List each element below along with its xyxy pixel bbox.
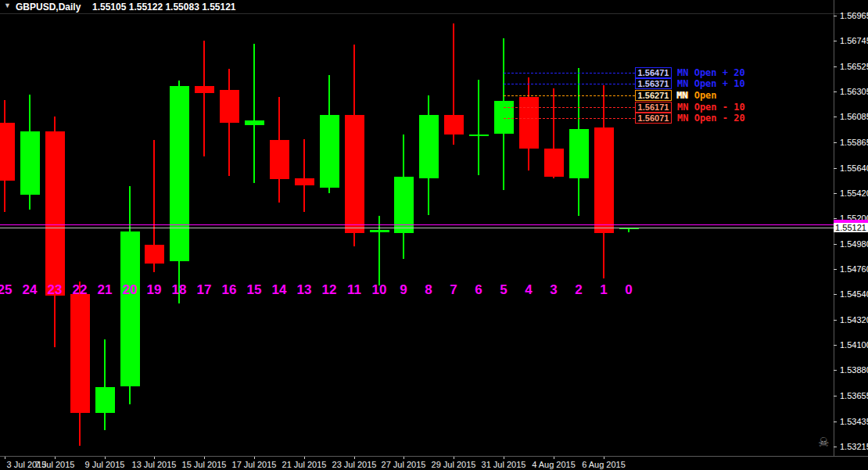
date-tick-label: 23 Jul 2015	[328, 460, 380, 469]
price-tick-mark	[834, 320, 837, 321]
mn-open-caption: MN Open - 10	[677, 102, 745, 112]
price-tick-mark	[834, 16, 837, 16]
candle[interactable]	[195, 86, 214, 93]
date-tick-label: 6 Aug 2015	[578, 460, 629, 469]
bar-countdown-label: 10	[366, 282, 393, 298]
price-tick-label: 1.56085	[840, 112, 868, 121]
mn-open-caption: MN Open + 10	[677, 78, 745, 88]
price-tick-mark	[834, 345, 837, 346]
mn-open-caption: MN Open + 20	[677, 67, 745, 77]
candle[interactable]	[120, 231, 140, 386]
date-tick-mark	[204, 457, 205, 459]
bid-line[interactable]	[0, 228, 834, 228]
price-tick-mark	[834, 244, 837, 245]
bar-countdown-label: 25	[0, 282, 18, 298]
candle[interactable]	[45, 131, 65, 296]
candle[interactable]	[469, 135, 489, 136]
candle[interactable]	[370, 230, 389, 232]
candle[interactable]	[245, 120, 264, 125]
mn-open-level-line[interactable]	[504, 107, 635, 108]
price-tick-label: 1.56525	[840, 62, 868, 71]
candle[interactable]	[170, 86, 189, 261]
bar-countdown-label: 1	[590, 282, 617, 298]
bar-countdown-label: 11	[341, 282, 368, 298]
bar-countdown-label: 12	[316, 282, 343, 298]
candle[interactable]	[295, 178, 314, 185]
candle-wick	[203, 41, 205, 156]
price-tick-label: 1.54980	[840, 239, 868, 249]
price-tick-mark	[834, 447, 837, 447]
date-tick-mark	[404, 457, 404, 459]
bar-countdown-label: 0	[615, 282, 642, 298]
bar-countdown-label: 13	[291, 282, 317, 298]
mn-open-level-line[interactable]	[504, 73, 635, 74]
date-tick-label: 31 Jul 2015	[478, 460, 529, 469]
price-tick-label: 1.56745	[840, 36, 868, 45]
price-tick-mark	[834, 142, 837, 143]
price-tick-label: 1.54100	[840, 340, 868, 350]
candle[interactable]	[519, 97, 539, 149]
candle[interactable]	[320, 115, 339, 188]
date-tick-mark	[154, 457, 155, 459]
candle[interactable]	[419, 115, 439, 178]
date-tick-label: 4 Aug 2015	[528, 460, 579, 469]
mn-open-level-line[interactable]	[504, 95, 635, 96]
price-tick-mark	[834, 396, 837, 396]
price-tick-label: 1.53655	[840, 391, 868, 400]
candle[interactable]	[569, 129, 589, 178]
price-tick-mark	[834, 66, 837, 67]
candle[interactable]	[544, 149, 564, 177]
bar-countdown-label: 22	[66, 282, 93, 298]
bar-countdown-label: 16	[216, 282, 242, 298]
mn-open-price-label: 1.56471	[635, 67, 672, 78]
mn-open-level-line[interactable]	[504, 118, 635, 119]
bar-countdown-label: 9	[390, 282, 417, 298]
bar-countdown-label: 3	[540, 282, 567, 298]
candle[interactable]	[494, 101, 514, 134]
candle-wick	[378, 216, 380, 285]
date-tick-label: 27 Jul 2015	[378, 460, 429, 469]
bar-countdown-label: 15	[241, 282, 267, 298]
candle[interactable]	[0, 123, 15, 181]
price-tick-mark	[834, 117, 837, 117]
date-tick-label: 15 Jul 2015	[178, 460, 230, 469]
candle[interactable]	[70, 294, 90, 413]
date-tick-label: 9 Jul 2015	[79, 460, 131, 469]
price-tick-label: 1.55640	[840, 163, 868, 173]
date-tick-label: 17 Jul 2015	[228, 460, 280, 469]
date-tick-mark	[604, 457, 604, 459]
price-tick-label: 1.53435	[840, 417, 868, 426]
candle[interactable]	[145, 245, 164, 264]
bar-countdown-label: 8	[415, 282, 442, 298]
date-tick-mark	[5, 457, 5, 459]
date-tick-mark	[504, 457, 504, 459]
price-tick-label: 1.54540	[840, 289, 868, 299]
bar-countdown-label: 18	[166, 282, 192, 298]
candle[interactable]	[345, 115, 364, 233]
candlestick-plot[interactable]: 2524232221201918171615141312111098765432…	[0, 0, 834, 456]
magenta-hline[interactable]	[0, 224, 834, 225]
bar-countdown-label: 4	[515, 282, 542, 298]
mn-open-price-label: 1.56271	[635, 90, 672, 101]
mn-open-level-line[interactable]	[504, 84, 635, 84]
bar-countdown-label: 14	[266, 282, 292, 298]
bar-countdown-label: 2	[565, 282, 592, 298]
candle[interactable]	[95, 387, 115, 413]
candle[interactable]	[220, 90, 239, 123]
current-bid-price-label: 1.55121	[834, 223, 868, 232]
date-tick-mark	[105, 457, 106, 459]
price-tick-mark	[834, 370, 837, 371]
candle[interactable]	[20, 131, 40, 195]
candle[interactable]	[270, 140, 289, 179]
bar-countdown-label: 6	[465, 282, 492, 298]
time-axis[interactable]: 3 Jul 20157 Jul 20159 Jul 201513 Jul 201…	[0, 457, 834, 470]
date-tick-label: 21 Jul 2015	[278, 460, 330, 469]
skull-icon: ☠	[818, 435, 829, 450]
date-tick-mark	[55, 457, 56, 459]
candle-wick	[104, 339, 106, 430]
mn-open-caption-overlay: MN	[676, 90, 687, 101]
candle[interactable]	[444, 115, 464, 135]
price-tick-mark	[834, 41, 837, 41]
candle[interactable]	[594, 127, 614, 233]
price-tick-label: 1.54760	[840, 264, 868, 274]
